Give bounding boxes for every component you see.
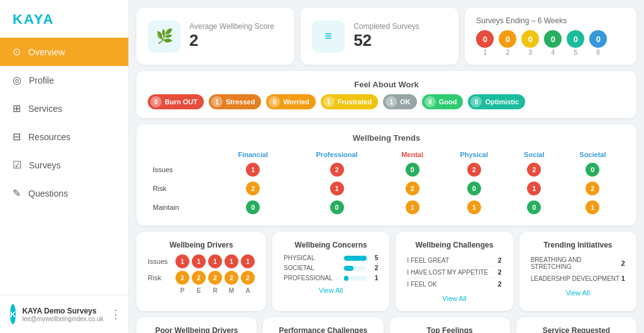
badge-count: 0 — [269, 96, 280, 107]
trend-cell: 1 — [508, 179, 560, 198]
sidebar-item-overview[interactable]: ⊙Overview — [0, 38, 128, 66]
trend-badge: 1 — [406, 200, 419, 214]
sidebar-item-resources[interactable]: ⊟Resources — [0, 123, 128, 151]
driver-badge: 1 — [175, 254, 189, 268]
trend-col-societal: Societal — [560, 149, 625, 160]
feel-badges-row: 0Burn OUT1Stressed0Worried1Frustrated1OK… — [148, 94, 625, 109]
trend-col-mental: Mental — [385, 149, 440, 160]
sidebar-item-profile[interactable]: ◎Profile — [0, 66, 128, 94]
trend-cell: 2 — [289, 160, 385, 179]
concerns-content: PHYSICAL 5 SOCIETAL 2 PROFESSIONAL 1 — [284, 254, 378, 281]
trend-badge: 0 — [586, 163, 599, 177]
badge-label: Stressed — [226, 98, 255, 106]
surveys-ending-circles: 0 1 0 2 0 3 0 4 0 5 0 6 — [476, 30, 625, 56]
completed-surveys-info: Completed Surveys 52 — [353, 22, 419, 50]
sidebar-item-surveys[interactable]: ☑Surveys — [0, 151, 128, 179]
driver-footer-label: E — [192, 287, 206, 294]
surveys-ending-card: Surveys Ending – 6 Weeks 0 1 0 2 0 3 0 4… — [465, 8, 636, 65]
resources-icon: ⊟ — [13, 131, 21, 143]
ending-circle: 0 — [499, 30, 516, 48]
service-title: Service Requested — [528, 326, 625, 333]
footer-name: KAYA Demo Surveys — [22, 307, 103, 315]
badge-count: 1 — [386, 96, 397, 107]
trend-badge: 0 — [406, 163, 419, 177]
bottom-grid-1: Wellbeing Drivers Issues11111 Risk22222 … — [136, 232, 636, 311]
avg-wellbeing-label: Average Wellbeing Score — [189, 22, 274, 31]
badge-count: 0 — [150, 96, 162, 107]
feel-badge-ok: 1OK — [383, 94, 417, 109]
concern-bar — [344, 266, 353, 271]
feel-badge-burn-out: 0Burn OUT — [148, 94, 204, 109]
driver-badge: 2 — [192, 271, 206, 285]
ending-week-label: 4 — [552, 49, 555, 56]
trend-cell: 0 — [508, 198, 560, 217]
feel-about-work-card: Feel About Work 0Burn OUT1Stressed0Worri… — [136, 71, 636, 118]
avg-wellbeing-card: 🌿 Average Wellbeing Score 2 — [136, 8, 294, 65]
trend-cell: 2 — [440, 160, 508, 179]
driver-badge: 1 — [241, 254, 255, 268]
feel-badge-stressed: 1Stressed — [209, 94, 261, 109]
drivers-content: Issues11111 Risk22222 PERMA — [148, 254, 255, 294]
sidebar-label-services: Services — [28, 104, 62, 114]
concern-bar-wrap — [344, 266, 367, 271]
sidebar-label-surveys: Surveys — [29, 160, 61, 170]
trend-cell: 1 — [385, 198, 440, 217]
ending-week-label: 3 — [529, 49, 533, 56]
concern-label: PROFESSIONAL — [284, 275, 340, 281]
trend-cell: 2 — [217, 179, 289, 198]
feelings-title: Top Feelings — [401, 326, 499, 333]
avatar: K — [10, 304, 16, 324]
trend-cell: 0 — [560, 160, 625, 179]
performance-title: Performance Challenges — [274, 326, 372, 333]
main-content: 🌿 Average Wellbeing Score 2 ≡ Completed … — [129, 0, 644, 333]
wellbeing-concerns-card: Wellbeing Concerns PHYSICAL 5 SOCIETAL 2… — [272, 232, 389, 311]
list-item: I FEEL GREAT 2 — [407, 254, 501, 266]
wellbeing-trends-card: Wellbeing Trends FinancialProfessionalMe… — [136, 124, 636, 226]
concern-bar-wrap — [344, 256, 367, 261]
ending-week-label: 1 — [484, 49, 487, 56]
ending-week-3: 0 3 — [521, 30, 539, 56]
trend-cell: 1 — [217, 160, 289, 179]
trend-cell: 1 — [560, 198, 625, 217]
surveys-icon: ≡ — [312, 20, 345, 53]
driver-badge: 2 — [175, 271, 189, 285]
completed-surveys-label: Completed Surveys — [353, 22, 419, 31]
concerns-title: Wellbeing Concerns — [284, 241, 378, 249]
concern-item: PROFESSIONAL 1 — [284, 275, 378, 281]
initiatives-view-all[interactable]: View All — [531, 289, 625, 297]
ending-week-label: 2 — [506, 49, 510, 56]
challenges-view-all[interactable]: View All — [407, 295, 501, 302]
sidebar-item-services[interactable]: ⊞Services — [0, 94, 128, 123]
list-item-count: 2 — [621, 259, 625, 267]
surveys-icon: ☑ — [13, 159, 21, 171]
trends-table: FinancialProfessionalMentalPhysicalSocia… — [148, 149, 625, 217]
trend-badge: 2 — [527, 163, 541, 177]
trend-col-financial: Financial — [217, 149, 289, 160]
badge-count: 1 — [211, 96, 223, 107]
wellbeing-challenges-card: Wellbeing Challenges I FEEL GREAT 2 I HA… — [396, 232, 513, 311]
logo: KAYA — [0, 0, 128, 38]
list-item-label: I FEEL OK — [407, 281, 497, 288]
driver-row-issues: Issues11111 — [148, 254, 255, 268]
trends-title: Wellbeing Trends — [148, 133, 625, 143]
driver-badge: 1 — [225, 254, 238, 268]
ending-week-4: 0 4 — [544, 30, 562, 56]
challenges-title: Wellbeing Challenges — [407, 241, 501, 249]
badge-label: Optimistic — [485, 98, 519, 106]
sidebar: KAYA ⊙Overview◎Profile⊞Services⊟Resource… — [0, 0, 129, 333]
driver-label: Risk — [148, 274, 173, 281]
sidebar-footer: K KAYA Demo Surveys lee@mywellbeingindex… — [0, 295, 128, 333]
sidebar-label-overview: Overview — [28, 47, 65, 57]
concerns-view-all[interactable]: View All — [284, 287, 378, 294]
sidebar-label-profile: Profile — [29, 75, 54, 85]
trend-badge: 0 — [246, 200, 260, 214]
badge-label: Worried — [283, 98, 309, 106]
trend-cell: 2 — [385, 179, 440, 198]
footer-menu-dots[interactable]: ⋮ — [110, 307, 121, 321]
list-item-count: 1 — [621, 275, 625, 282]
driver-badge: 2 — [241, 271, 255, 285]
sidebar-item-questions[interactable]: ✎Questions — [0, 179, 128, 207]
sidebar-label-questions: Questions — [28, 188, 68, 199]
trend-badge: 1 — [467, 200, 481, 214]
completed-surveys-card: ≡ Completed Surveys 52 — [301, 8, 458, 65]
